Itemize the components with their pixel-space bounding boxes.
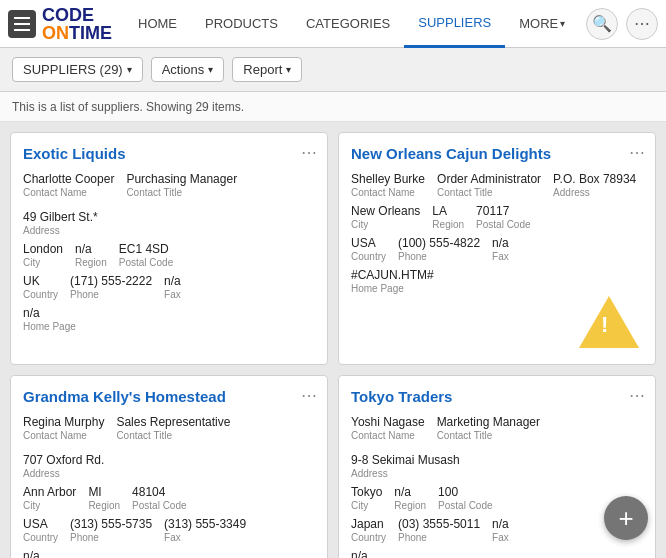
nav-more-chevron: ▾ [560,18,565,29]
card-grandma-kelly-row-2: USACountry(313) 555-5735Phone(313) 555-3… [23,517,315,543]
card-exotic-liquids-field-3-0: n/aHome Page [23,306,76,332]
search-button[interactable]: 🔍 [586,8,618,40]
card-new-orleans-field-3-0: #CAJUN.HTM#Home Page [351,268,434,294]
card-exotic-liquids-value-0-0: Charlotte Cooper [23,172,114,186]
card-tokyo-traders-label-0-1: Contact Title [437,430,540,441]
card-grandma-kelly-field-0-1: Sales RepresentativeContact Title [116,415,230,441]
nav-suppliers[interactable]: SUPPLIERS [404,0,505,48]
card-exotic-liquids-field-0-0: Charlotte CooperContact Name [23,172,114,198]
card-tokyo-traders-row-2: JapanCountry(03) 3555-5011Phonen/aFax [351,517,643,543]
card-grandma-kelly-label-0-2: Address [23,468,104,479]
card-exotic-liquids: Exotic Liquids⋯Charlotte CooperContact N… [10,132,328,365]
card-tokyo-traders-value-1-2: 100 [438,485,492,499]
card-tokyo-traders-row-3: n/aHome Page [351,549,643,558]
card-tokyo-traders-field-2-1: (03) 3555-5011Phone [398,517,480,543]
card-grandma-kelly-value-3-0: n/a [23,549,76,558]
card-exotic-liquids-value-3-0: n/a [23,306,76,320]
card-grandma-kelly-value-0-0: Regina Murphy [23,415,104,429]
card-exotic-liquids-value-2-1: (171) 555-2222 [70,274,152,288]
card-exotic-liquids-title: Exotic Liquids [23,145,315,162]
card-grandma-kelly-field-2-1: (313) 555-5735Phone [70,517,152,543]
actions-label: Actions [162,62,205,77]
card-exotic-liquids-field-2-1: (171) 555-2222Phone [70,274,152,300]
report-button[interactable]: Report ▾ [232,57,302,82]
card-exotic-liquids-row-1: LondonCityn/aRegionEC1 4SDPostal Code [23,242,315,268]
card-new-orleans-label-1-2: Postal Code [476,219,530,230]
card-new-orleans-title: New Orleans Cajun Delights [351,145,643,162]
suppliers-count-button[interactable]: SUPPLIERS (29) ▾ [12,57,143,82]
card-tokyo-traders-field-1-2: 100Postal Code [438,485,492,511]
add-button[interactable]: + [604,496,648,540]
card-grandma-kelly-field-0-2: 707 Oxford Rd.Address [23,453,104,479]
card-tokyo-traders-label-1-0: City [351,500,382,511]
card-new-orleans-value-0-2: P.O. Box 78934 [553,172,636,186]
hamburger-menu[interactable] [8,10,36,38]
card-grandma-kelly-label-0-0: Contact Name [23,430,104,441]
card-grandma-kelly-row-3: n/aHome Page [23,549,315,558]
card-new-orleans-value-1-1: LA [432,204,464,218]
card-new-orleans-label-2-1: Phone [398,251,480,262]
card-new-orleans-row-0: Shelley BurkeContact NameOrder Administr… [351,172,643,198]
card-tokyo-traders-value-2-0: Japan [351,517,386,531]
card-new-orleans-field-1-1: LARegion [432,204,464,230]
card-new-orleans-label-1-1: Region [432,219,464,230]
card-new-orleans-row-1: New OrleansCityLARegion70117Postal Code [351,204,643,230]
card-new-orleans-field-2-0: USACountry [351,236,386,262]
card-tokyo-traders-value-3-0: n/a [351,549,404,558]
card-grandma-kelly-label-1-0: City [23,500,76,511]
card-new-orleans-field-2-1: (100) 555-4822Phone [398,236,480,262]
nav-categories[interactable]: CATEGORIES [292,0,404,48]
card-new-orleans-menu[interactable]: ⋯ [629,143,645,162]
card-exotic-liquids-value-0-1: Purchasing Manager [126,172,237,186]
card-tokyo-traders-field-0-2: 9-8 Sekimai MusashAddress [351,453,460,479]
nav-right: 🔍 ⋯ [586,8,658,40]
status-bar: This is a list of suppliers. Showing 29 … [0,92,666,122]
card-new-orleans-value-1-0: New Orleans [351,204,420,218]
card-grandma-kelly-label-2-2: Fax [164,532,246,543]
card-tokyo-traders-field-1-0: TokyoCity [351,485,382,511]
card-grandma-kelly-label-2-1: Phone [70,532,152,543]
card-exotic-liquids-row-0: Charlotte CooperContact NamePurchasing M… [23,172,315,236]
card-new-orleans-label-3-0: Home Page [351,283,434,294]
card-grandma-kelly-title: Grandma Kelly's Homestead [23,388,315,405]
card-tokyo-traders-label-2-1: Phone [398,532,480,543]
card-exotic-liquids-menu[interactable]: ⋯ [301,143,317,162]
card-tokyo-traders-value-0-0: Yoshi Nagase [351,415,425,429]
actions-button[interactable]: Actions ▾ [151,57,225,82]
card-grandma-kelly-label-2-0: Country [23,532,58,543]
card-grandma-kelly-field-2-2: (313) 555-3349Fax [164,517,246,543]
card-grandma-kelly-label-1-2: Postal Code [132,500,186,511]
card-grandma-kelly-value-2-2: (313) 555-3349 [164,517,246,531]
nav-links: HOME PRODUCTS CATEGORIES SUPPLIERS MORE … [124,0,586,48]
card-grandma-kelly-value-2-0: USA [23,517,58,531]
card-exotic-liquids-value-0-2: 49 Gilbert St.* [23,210,98,224]
card-grandma-kelly-field-1-1: MIRegion [88,485,120,511]
content-area[interactable]: Exotic Liquids⋯Charlotte CooperContact N… [0,122,666,558]
card-exotic-liquids-row-2: UKCountry(171) 555-2222Phonen/aFax [23,274,315,300]
nav-home[interactable]: HOME [124,0,191,48]
card-tokyo-traders-value-0-2: 9-8 Sekimai Musash [351,453,460,467]
card-tokyo-traders-label-2-0: Country [351,532,386,543]
card-exotic-liquids-value-1-1: n/a [75,242,107,256]
card-grandma-kelly-menu[interactable]: ⋯ [301,386,317,405]
navbar: CODEONTIME HOME PRODUCTS CATEGORIES SUPP… [0,0,666,48]
card-exotic-liquids-label-3-0: Home Page [23,321,76,332]
nav-products[interactable]: PRODUCTS [191,0,292,48]
card-new-orleans-field-0-2: P.O. Box 78934Address [553,172,636,198]
card-exotic-liquids-label-0-1: Contact Title [126,187,237,198]
card-tokyo-traders-label-0-0: Contact Name [351,430,425,441]
card-exotic-liquids-field-0-1: Purchasing ManagerContact Title [126,172,237,198]
suppliers-count-chevron: ▾ [127,64,132,75]
card-exotic-liquids-row-3: n/aHome Page [23,306,315,332]
card-tokyo-traders-row-1: TokyoCityn/aRegion100Postal Code [351,485,643,511]
card-tokyo-traders-title: Tokyo Traders [351,388,643,405]
card-new-orleans-field-2-2: n/aFax [492,236,509,262]
more-options-button[interactable]: ⋯ [626,8,658,40]
card-exotic-liquids-field-2-0: UKCountry [23,274,58,300]
card-tokyo-traders-field-1-1: n/aRegion [394,485,426,511]
card-exotic-liquids-value-1-0: London [23,242,63,256]
actions-chevron: ▾ [208,64,213,75]
card-tokyo-traders-menu[interactable]: ⋯ [629,386,645,405]
card-exotic-liquids-value-1-2: EC1 4SD [119,242,173,256]
nav-more[interactable]: MORE ▾ [505,0,579,48]
